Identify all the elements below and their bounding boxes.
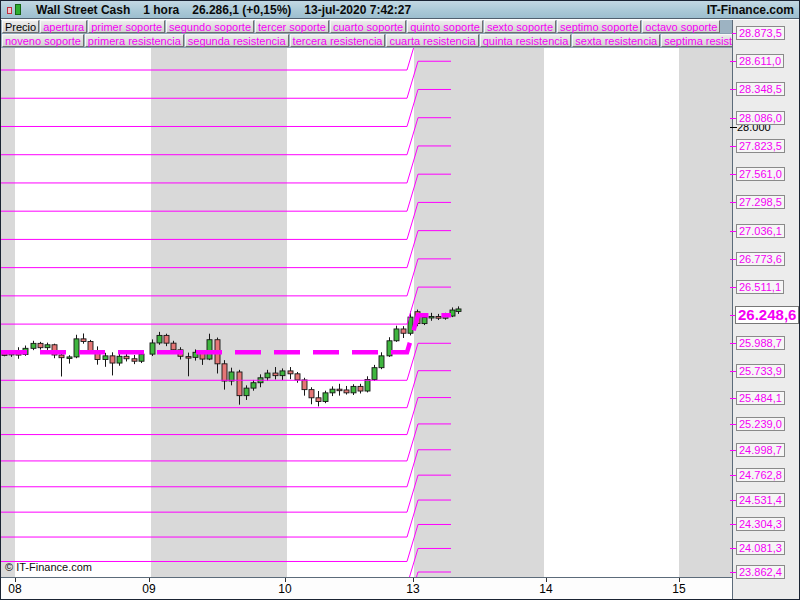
pivot-level-line (1, 146, 451, 183)
pivot-level-line (1, 287, 451, 324)
indicator-chip-quinta-resistencia[interactable]: quinta resistencia (480, 34, 572, 47)
candle (365, 376, 370, 392)
pivot-level-line (1, 61, 451, 98)
pivot-level-label: 24.762,8 (736, 468, 785, 482)
indicator-chip-segundo-soporte[interactable]: segundo soporte (166, 20, 254, 33)
indicator-chip-septimo-soporte[interactable]: septimo soporte (557, 20, 641, 33)
indicator-legend: Precioaperturaprimer soportesegundo sopo… (1, 20, 732, 48)
candle (38, 342, 43, 350)
indicator-chip-cuarto-soporte[interactable]: cuarto soporte (330, 20, 406, 33)
pivot-level-label: 24.304,3 (736, 517, 785, 531)
pivot-level-line (1, 500, 451, 537)
indicator-chip-primer-soporte[interactable]: primer soporte (88, 20, 165, 33)
pivot-level-line (1, 524, 451, 561)
candle (401, 326, 406, 338)
symbol-name: Wall Street Cash (36, 3, 130, 17)
candle (45, 343, 50, 351)
candle (456, 306, 461, 314)
title-bar: Wall Street Cash 1 hora 26.286,1 (+0,15%… (1, 1, 799, 19)
candle (229, 368, 234, 386)
pivot-level-line (1, 259, 451, 296)
candle (31, 341, 36, 350)
pivot-level-label: 27.823,5 (736, 139, 785, 153)
candle (288, 367, 293, 379)
indicator-chip-primera-resistencia[interactable]: primera resistencia (85, 34, 184, 47)
axis-tick (730, 127, 737, 128)
chart-region: Precioaperturaprimer soportesegundo sopo… (1, 20, 799, 599)
candle (132, 355, 137, 364)
pivot-level-label: 24.998,7 (736, 443, 785, 457)
time-axis-label: 15 (672, 582, 685, 596)
pivot-level-line (1, 89, 451, 126)
candle (273, 367, 278, 379)
candle (237, 370, 242, 405)
time-axis-label: 09 (142, 582, 155, 596)
time-axis-label: 10 (278, 582, 291, 596)
candle (351, 384, 356, 395)
indicator-chip-apertura[interactable]: apertura (40, 20, 87, 33)
time-axis-label: 13 (406, 582, 419, 596)
pivot-level-label: 28.873,5 (736, 26, 785, 40)
candle (258, 374, 263, 387)
candle (379, 352, 384, 369)
pivot-level-line (1, 231, 451, 268)
candle (316, 391, 321, 406)
pivot-level-line (1, 398, 451, 435)
candle (429, 313, 434, 321)
indicator-chip-sexto-soporte[interactable]: sexto soporte (484, 20, 556, 33)
legend-row-1: Precioaperturaprimer soportesegundo sopo… (1, 20, 732, 34)
indicator-chip-precio[interactable]: Precio (2, 20, 39, 33)
candle (344, 386, 349, 395)
legend-row-2: noveno soporteprimera resistenciasegunda… (1, 34, 732, 48)
indicator-chip-segunda-resistencia[interactable]: segunda resistencia (185, 34, 289, 47)
indicator-chip-octavo-soporte[interactable]: octavo soporte (642, 20, 720, 33)
pivot-level-label: 26.773,6 (736, 252, 785, 266)
candle (280, 368, 285, 380)
indicator-chip-quinto-soporte[interactable]: quinto soporte (407, 20, 483, 33)
pivot-level-label: 28.086,0 (736, 111, 785, 125)
candle (117, 354, 122, 366)
indicator-chip-septima-resistencia[interactable]: septima resistencia (661, 34, 732, 47)
opening-price-line (1, 315, 451, 352)
indicator-chip-tercera-resistencia[interactable]: tercera resistencia (290, 34, 386, 47)
candle (157, 332, 162, 345)
candle (150, 339, 155, 356)
pivot-level-label: 28.348,5 (736, 82, 785, 96)
candle (103, 353, 108, 367)
price-chart-canvas[interactable] (1, 20, 732, 577)
copyright-label: © IT-Finance.com (5, 561, 92, 573)
indicator-chip-cuarta-resistencia[interactable]: cuarta resistencia (386, 34, 478, 47)
pivot-level-label: 25.733,9 (736, 364, 785, 378)
pivot-level-line (1, 450, 451, 487)
candle (251, 380, 256, 391)
candle (337, 384, 342, 396)
candle (186, 353, 191, 377)
price-axis[interactable]: 28.00028.873,528.611,028.348,528.086,027… (732, 20, 799, 599)
candle (295, 372, 300, 383)
candle (244, 385, 249, 400)
plot-area[interactable]: Precioaperturaprimer soportesegundo sopo… (1, 20, 732, 577)
pivot-level-label: 25.484,1 (736, 391, 785, 405)
candle (265, 370, 270, 381)
pivot-level-label: 27.298,5 (736, 195, 785, 209)
indicator-chip-tercer-soporte[interactable]: tercer soporte (255, 20, 329, 33)
candle (81, 333, 86, 343)
timeframe-label: 1 hora (143, 3, 179, 17)
candlestick-chart-icon (6, 3, 23, 17)
pivot-level-label: 24.081,3 (736, 541, 785, 555)
candle (394, 326, 399, 342)
last-quote: 26.286,1 (+0,15%) (192, 3, 291, 17)
candle (222, 360, 227, 389)
indicator-chip-sexta-resistencia[interactable]: sexta resistencia (572, 34, 660, 47)
brand-label: IT-Finance.com (707, 3, 794, 17)
candle (59, 353, 64, 377)
time-axis[interactable]: 080910131415 (1, 577, 732, 599)
candle (74, 335, 79, 358)
indicator-chip-noveno-soporte[interactable]: noveno soporte (2, 34, 84, 47)
candle (323, 391, 328, 403)
pivot-level-label: 25.239,0 (736, 417, 785, 431)
candle (372, 365, 377, 381)
pivot-level-label: 25.988,7 (736, 336, 785, 350)
candle (215, 338, 220, 374)
pivot-level-label: 24.531,4 (736, 493, 785, 507)
